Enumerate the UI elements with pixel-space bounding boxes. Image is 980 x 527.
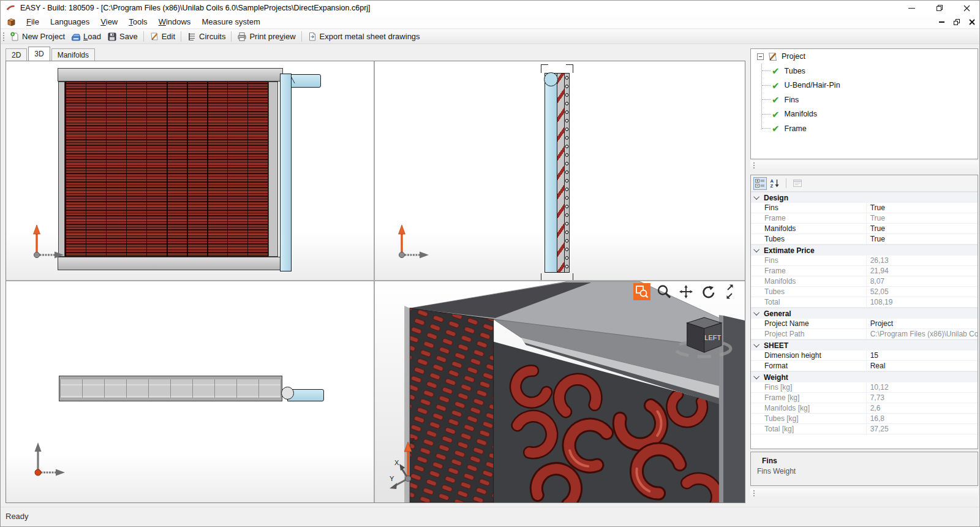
zoom-window-button[interactable] <box>633 283 650 300</box>
property-row[interactable]: FormatReal <box>751 361 978 371</box>
pan-button[interactable] <box>677 283 695 300</box>
axis-z-label: Z <box>410 437 415 444</box>
edit-button[interactable]: Edit <box>146 31 178 43</box>
tree-node-label: Project <box>782 52 805 61</box>
menu-languages[interactable]: Languages <box>45 15 95 29</box>
tree-node-project[interactable]: Project <box>751 49 978 64</box>
tab-2d[interactable]: 2D <box>6 48 27 61</box>
axis-x-label: X <box>394 459 399 466</box>
splitter-grip-dots <box>753 490 755 497</box>
property-row[interactable]: Total108,19 <box>751 297 978 308</box>
print-preview-button[interactable]: Print preview <box>234 31 298 43</box>
property-row[interactable]: Total [kg]37,25 <box>751 424 978 434</box>
edit-icon <box>149 32 159 42</box>
property-row[interactable]: FrameTrue <box>751 213 978 224</box>
property-row[interactable]: Fins [kg]10,12 <box>751 382 978 393</box>
property-grid-rows: Design FinsTrue FrameTrue ManifoldsTrue … <box>751 192 978 434</box>
workspace: 2D 3D Manifolds <box>1 44 980 507</box>
tree-node-frame[interactable]: ✔ Frame <box>751 121 978 136</box>
load-icon <box>71 32 81 42</box>
tab-3d[interactable]: 3D <box>28 47 50 61</box>
tree-node-label: Fins <box>785 96 799 104</box>
load-button[interactable]: Load <box>68 31 104 43</box>
property-pages-icon <box>793 178 802 188</box>
mdi-close-button[interactable] <box>967 17 977 27</box>
frame-bracket <box>541 64 548 73</box>
tree-node-manifolds[interactable]: ✔ Manifolds <box>751 107 978 122</box>
property-row[interactable]: Dimension height15 <box>751 351 978 361</box>
viewport-side[interactable] <box>375 61 745 280</box>
restore-button[interactable] <box>925 1 953 15</box>
pan-icon <box>679 284 693 299</box>
chevron-down-icon <box>753 341 760 347</box>
viewport-front[interactable] <box>6 61 374 280</box>
menu-file[interactable]: File <box>21 15 45 29</box>
new-project-button[interactable]: New Project <box>7 31 68 43</box>
categorized-button[interactable] <box>753 177 767 190</box>
tree-node-tubes[interactable]: ✔ Tubes <box>751 64 978 78</box>
property-row[interactable]: Frame [kg]7,73 <box>751 393 978 403</box>
manifold-connection-stub <box>291 74 321 88</box>
zoom-button[interactable] <box>655 283 673 300</box>
coil-3d-render: LEFT Z X Y <box>375 281 745 502</box>
menu-windows[interactable]: Windows <box>153 15 197 29</box>
menu-view[interactable]: View <box>95 15 123 29</box>
property-row[interactable]: Project NameProject <box>751 319 978 329</box>
close-button[interactable] <box>953 1 980 15</box>
tab-manifolds[interactable]: Manifolds <box>51 48 95 61</box>
property-row[interactable]: Fins26,13 <box>751 256 978 266</box>
property-row[interactable]: Manifolds [kg]2,6 <box>751 403 978 414</box>
property-row[interactable]: Tubes52,05 <box>751 287 978 297</box>
menu-tools[interactable]: Tools <box>123 15 153 29</box>
property-row[interactable]: Project PathC:\Program Files (x86)\Unila… <box>751 329 978 339</box>
category-extimate-price[interactable]: Extimate Price <box>751 245 978 256</box>
category-general[interactable]: General <box>751 308 978 319</box>
menu-measure-system[interactable]: Measure system <box>196 15 265 29</box>
export-metal-sheet-button[interactable]: Export metal sheet drawings <box>304 31 423 43</box>
viewport-3d[interactable]: LEFT Z X Y <box>375 281 745 502</box>
mdi-close-icon <box>969 19 975 25</box>
circuits-button[interactable]: Circuits <box>184 31 228 43</box>
toolbar-grip[interactable] <box>2 32 5 42</box>
menu-bar: File Languages View Tools Windows Measur… <box>1 15 980 29</box>
check-icon: ✔ <box>772 110 780 119</box>
status-bar: Ready <box>1 507 980 527</box>
chevron-down-icon <box>753 246 760 252</box>
category-weight[interactable]: Weight <box>751 371 978 382</box>
rotate-button[interactable] <box>699 283 717 300</box>
project-icon <box>767 51 778 62</box>
panel-splitter[interactable] <box>750 161 978 170</box>
axis-indicator-front <box>28 222 69 265</box>
sort-alphabetical-button[interactable]: A Z <box>768 177 782 190</box>
minimize-button[interactable] <box>898 1 925 15</box>
frame-bottom-bar <box>58 257 283 270</box>
splitter-grip-dots <box>753 162 755 169</box>
manifold-end-circle <box>281 387 294 400</box>
category-design[interactable]: Design <box>751 192 978 203</box>
view-tabs: 2D 3D Manifolds <box>6 47 96 61</box>
panel-splitter[interactable] <box>750 488 978 498</box>
check-icon: ✔ <box>772 124 780 133</box>
status-text: Ready <box>1 507 29 521</box>
property-row[interactable]: TubesTrue <box>751 234 978 245</box>
viewport-top[interactable] <box>6 281 374 502</box>
tree-node-fins[interactable]: ✔ Fins <box>751 93 978 107</box>
mdi-restore-button[interactable] <box>952 17 962 27</box>
tree-node-ubend[interactable]: ✔ U-Bend/Hair-Pin <box>751 78 978 93</box>
project-tree: Project ✔ Tubes ✔ U-Bend/Hair-Pin ✔ Fins <box>750 48 978 159</box>
property-row[interactable]: Frame21,94 <box>751 266 978 276</box>
mdi-minimize-button[interactable] <box>937 17 946 27</box>
title-bar: EASY - Build: 180509 - [C:\Program Files… <box>1 1 980 15</box>
property-row[interactable]: Tubes [kg]16,8 <box>751 414 978 424</box>
property-row[interactable]: ManifoldsTrue <box>751 224 978 234</box>
property-row[interactable]: Manifolds8,07 <box>751 276 978 287</box>
category-sheet[interactable]: SHEET <box>751 339 978 351</box>
chevron-down-icon <box>753 194 760 200</box>
property-row[interactable]: FinsTrue <box>751 203 978 213</box>
mdi-minimize-icon <box>939 21 944 23</box>
check-icon: ✔ <box>772 81 780 90</box>
save-button[interactable]: Save <box>104 31 141 43</box>
collapse-icon[interactable] <box>757 53 764 60</box>
fit-view-button[interactable] <box>722 283 739 300</box>
zoom-icon <box>657 284 671 299</box>
